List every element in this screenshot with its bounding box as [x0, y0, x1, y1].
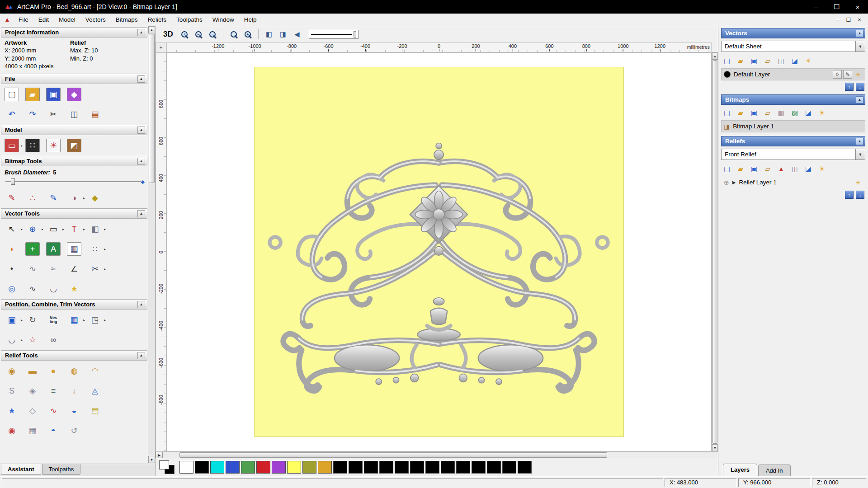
- create-text-icon[interactable]: T▸: [67, 222, 81, 236]
- relief-layer-options-icon[interactable]: ☀: [816, 163, 828, 174]
- offset-relief-icon[interactable]: ↓: [67, 384, 81, 398]
- flyout-arrow-icon[interactable]: ▸: [83, 227, 85, 231]
- canvas-vscroll-thumb[interactable]: [712, 60, 717, 444]
- mirror-vectors-icon[interactable]: ◧▸: [88, 222, 102, 236]
- maximize-button[interactable]: ☐: [826, 0, 847, 14]
- offset-copy-icon[interactable]: ◳▸: [88, 313, 102, 327]
- collapse-relief-tools-button[interactable]: ▲: [137, 352, 145, 359]
- load-reference-image-icon[interactable]: ◩: [67, 139, 81, 152]
- lock-layer-icon[interactable]: ◊: [833, 70, 842, 79]
- flyout-arrow-icon[interactable]: ▸: [83, 318, 85, 322]
- create-polyline-icon[interactable]: +: [25, 242, 40, 256]
- mesh-creator-icon[interactable]: ▦: [25, 424, 40, 437]
- primary-secondary-colour-swatch[interactable]: [159, 460, 175, 474]
- sculpting-icon[interactable]: ●: [46, 364, 61, 378]
- flyout-arrow-icon[interactable]: ▸: [42, 227, 43, 231]
- relief-visibility-icon[interactable]: ☀: [854, 178, 863, 187]
- align-vectors-icon[interactable]: ▣▸: [5, 313, 19, 327]
- create-rectangle-icon[interactable]: ▭▸: [46, 222, 61, 236]
- collapse-vector-tools-button[interactable]: ▲: [137, 210, 145, 217]
- face-wizard-icon[interactable]: ◉: [5, 424, 19, 437]
- duplicate-relief-layer-icon[interactable]: ◫: [789, 163, 801, 174]
- menu-file[interactable]: File: [14, 14, 33, 25]
- palette-swatch[interactable]: [349, 461, 363, 474]
- node-editing-icon[interactable]: ≈: [46, 262, 61, 276]
- constant-height-relief-icon[interactable]: ◬: [88, 384, 102, 398]
- menu-edit[interactable]: Edit: [33, 14, 54, 25]
- brush-diameter-slider[interactable]: ◆: [5, 178, 141, 186]
- new-bitmap-layer-icon[interactable]: ▢: [721, 107, 733, 118]
- layer-colour-swatch[interactable]: [724, 71, 731, 78]
- chevron-down-icon[interactable]: ▼: [855, 41, 865, 52]
- create-arc-icon[interactable]: ∠: [67, 262, 81, 276]
- trim-vectors-icon[interactable]: ✂▸: [88, 262, 102, 276]
- flyout-arrow-icon[interactable]: ▸: [62, 227, 64, 231]
- collapse-project-info-button[interactable]: ▲: [137, 29, 145, 36]
- toggle-assistant-panel-icon[interactable]: ◧: [263, 28, 275, 40]
- delete-bitmap-layer-icon[interactable]: ◪: [802, 107, 814, 118]
- tab-assistant[interactable]: Assistant: [1, 464, 41, 475]
- flyout-arrow-icon[interactable]: ▸: [21, 144, 23, 148]
- redo-icon[interactable]: ↷: [25, 108, 40, 121]
- palette-swatch[interactable]: [333, 461, 347, 474]
- scrollbar-thumb[interactable]: [149, 34, 155, 183]
- flyout-arrow-icon[interactable]: ▸: [21, 338, 23, 342]
- create-vector-text-icon[interactable]: A: [46, 242, 61, 256]
- edit-layer-icon[interactable]: ✎: [843, 70, 852, 79]
- slider-thumb[interactable]: [11, 178, 15, 185]
- create-spline-icon[interactable]: ∿: [25, 282, 40, 296]
- relief-layer-row[interactable]: ⊕ ▶ Relief Layer 1 ☀: [721, 176, 865, 188]
- line-width-selector[interactable]: [309, 30, 359, 39]
- new-relief-layer-icon[interactable]: ▢: [721, 163, 733, 174]
- palette-swatch[interactable]: [518, 461, 532, 474]
- paste-icon[interactable]: ▤: [88, 108, 102, 121]
- bitmap-layer-options-icon[interactable]: ☀: [816, 107, 828, 118]
- merge-bitmap-layers-icon[interactable]: ▥: [775, 107, 787, 118]
- shape-editor-icon[interactable]: ◉: [5, 364, 19, 378]
- collapse-model-button[interactable]: ▲: [137, 127, 145, 134]
- move-relief-up-icon[interactable]: ↑: [845, 191, 854, 199]
- palette-swatch[interactable]: [395, 461, 409, 474]
- weld-vectors-icon[interactable]: ☆: [25, 333, 40, 347]
- delete-vector-layer-icon[interactable]: ◪: [789, 55, 801, 66]
- mdi-minimize-button[interactable]: –: [833, 15, 843, 24]
- paint-selective-icon[interactable]: ∴: [25, 191, 40, 205]
- canvas-hscroll-thumb[interactable]: [179, 452, 607, 458]
- vector-layer-row[interactable]: Default Layer ◊ ✎ ☀: [721, 68, 865, 80]
- new-model-icon[interactable]: ▢: [5, 88, 19, 101]
- open-relief-file-icon[interactable]: ▰: [735, 163, 746, 174]
- layer-visibility-icon[interactable]: ☀: [854, 70, 863, 79]
- palette-swatch[interactable]: [179, 461, 193, 474]
- weave-wizard-icon[interactable]: ◈: [25, 384, 40, 398]
- open-model-icon[interactable]: ▰: [25, 88, 40, 101]
- open-vector-file-icon[interactable]: ▰: [735, 55, 746, 66]
- zoom-to-box-icon[interactable]: ▫: [207, 28, 218, 40]
- palette-swatch[interactable]: [502, 461, 516, 474]
- palette-swatch[interactable]: [195, 461, 209, 474]
- flyout-arrow-icon[interactable]: ▸: [104, 267, 106, 271]
- flyout-arrow-icon[interactable]: ▸: [21, 227, 23, 231]
- move-relief-down-icon[interactable]: ↓: [856, 191, 864, 199]
- tab-add-in[interactable]: Add In: [758, 465, 791, 476]
- block-copy-icon[interactable]: ▦▸: [67, 313, 81, 327]
- distort-vectors-icon[interactable]: ∿: [25, 262, 40, 276]
- collapse-file-button[interactable]: ▲: [137, 75, 145, 83]
- import-relief-file-icon[interactable]: ▱: [762, 163, 774, 174]
- relief-selector[interactable]: Front Relief ▼: [721, 149, 865, 160]
- paste-along-curve-icon[interactable]: ∷▸: [88, 242, 102, 256]
- cut-icon[interactable]: ✂: [46, 108, 61, 121]
- create-star-icon[interactable]: ★: [67, 282, 81, 296]
- copy-icon[interactable]: ◫: [67, 108, 81, 121]
- adjust-model-icon[interactable]: ∷: [25, 139, 40, 152]
- model-lighting-icon[interactable]: ☀: [46, 139, 61, 152]
- flyout-arrow-icon[interactable]: ▸: [104, 318, 106, 322]
- palette-swatch[interactable]: [364, 461, 378, 474]
- canvas-horizontal-scrollbar[interactable]: ▶: [156, 451, 718, 458]
- collapse-bitmap-tools-button[interactable]: ▲: [137, 158, 145, 165]
- scroll-down-icon[interactable]: ▼: [148, 456, 155, 463]
- envelope-distort-icon[interactable]: ◇: [25, 404, 40, 418]
- collapse-vectors-button[interactable]: ▲: [856, 30, 863, 37]
- scroll-up-icon[interactable]: ▲: [148, 26, 155, 33]
- mdi-close-button[interactable]: ×: [854, 15, 864, 24]
- menu-bitmaps[interactable]: Bitmaps: [111, 14, 143, 25]
